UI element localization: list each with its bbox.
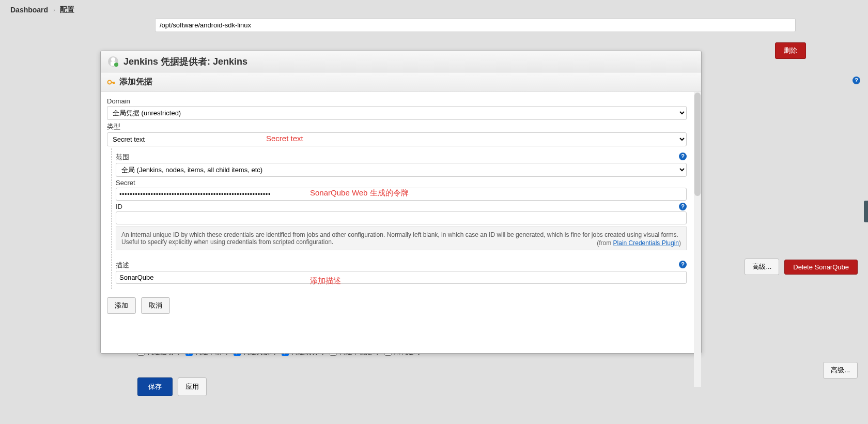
help-icon[interactable]: ? xyxy=(853,77,860,84)
side-tab-handle[interactable] xyxy=(864,201,868,222)
scope-label: 范围 xyxy=(116,153,687,162)
cancel-button[interactable]: 取消 xyxy=(141,297,170,314)
breadcrumb-config[interactable]: 配置 xyxy=(60,5,74,14)
delete-sonarqube-button[interactable]: Delete SonarQube xyxy=(784,260,858,275)
secret-label: Secret xyxy=(116,179,687,187)
modal-header: Jenkins 凭据提供者: Jenkins xyxy=(101,51,701,72)
key-icon xyxy=(107,78,115,86)
help-icon[interactable]: ? xyxy=(679,203,687,210)
plain-credentials-plugin-link[interactable]: Plain Credentials Plugin xyxy=(613,239,679,247)
modal-subheader: 添加凭据 xyxy=(101,72,701,92)
apply-button[interactable]: 应用 xyxy=(178,377,207,396)
svg-point-3 xyxy=(114,63,118,67)
advanced-button-2[interactable]: 高级... xyxy=(823,362,858,378)
description-label: 描述 xyxy=(116,261,687,270)
modal-scrollbar[interactable] xyxy=(694,92,701,387)
add-credentials-modal: Jenkins 凭据提供者: Jenkins 添加凭据 Domain 全局凭据 … xyxy=(100,51,702,354)
id-label: ID xyxy=(116,203,687,210)
id-input[interactable] xyxy=(116,211,687,224)
domain-label: Domain xyxy=(107,97,687,105)
android-sdk-path-input[interactable] xyxy=(155,18,796,32)
modal-subtitle: 添加凭据 xyxy=(119,77,152,87)
jenkins-icon xyxy=(107,55,119,68)
help-icon[interactable]: ? xyxy=(679,261,687,268)
domain-select[interactable]: 全局凭据 (unrestricted) xyxy=(107,106,687,120)
scope-select[interactable]: 全局 (Jenkins, nodes, items, all child ite… xyxy=(116,163,687,177)
type-select[interactable]: Secret text xyxy=(107,132,687,146)
type-label: 类型 xyxy=(107,122,687,131)
help-icon[interactable]: ? xyxy=(679,153,687,160)
advanced-button[interactable]: 高级... xyxy=(745,259,779,275)
add-button[interactable]: 添加 xyxy=(107,297,136,314)
id-help-text: An internal unique ID by which these cre… xyxy=(116,226,687,250)
breadcrumb-dashboard[interactable]: Dashboard xyxy=(10,6,48,14)
delete-button[interactable]: 删除 xyxy=(775,42,806,59)
save-button[interactable]: 保存 xyxy=(137,377,173,396)
scrollbar-thumb[interactable] xyxy=(694,93,701,196)
secret-input[interactable] xyxy=(116,188,687,201)
description-input[interactable] xyxy=(116,271,687,284)
modal-title: Jenkins 凭据提供者: Jenkins xyxy=(123,55,247,68)
svg-point-4 xyxy=(108,80,112,84)
svg-point-1 xyxy=(111,57,115,62)
chevron-right-icon: › xyxy=(53,7,55,13)
